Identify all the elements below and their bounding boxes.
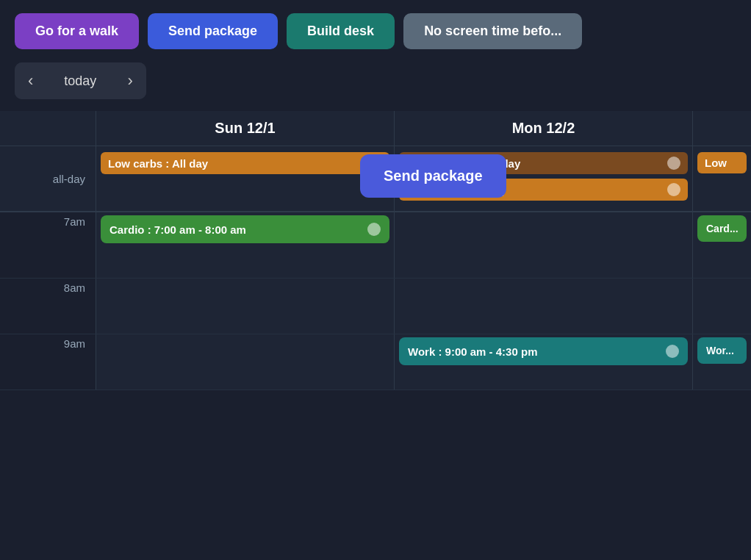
time-cell-sun-9am — [96, 334, 394, 390]
nav-next-button[interactable]: › — [114, 62, 145, 99]
time-cell-sun-7am: Cardio : 7:00 am - 8:00 am — [96, 212, 394, 278]
event-cardio[interactable]: Cardio : 7:00 am - 8:00 am — [101, 215, 389, 243]
event-dot — [367, 223, 381, 236]
time-cell-mon-7am — [394, 212, 692, 278]
event-title-overflow: Low — [705, 157, 727, 169]
event-dot — [666, 345, 679, 358]
task-btn-package[interactable]: Send package — [148, 13, 278, 49]
time-cell-mon-9am: Work : 9:00 am - 4:30 pm — [394, 334, 692, 390]
event-cardio-text: Cardio : 7:00 am - 8:00 am — [109, 223, 246, 236]
task-btn-screen[interactable]: No screen time befo... — [403, 13, 582, 49]
day-header-empty — [0, 111, 96, 146]
day-header-sun: Sun 12/1 — [96, 111, 394, 146]
time-cell-overflow-9am: Wor... — [692, 334, 751, 390]
top-tasks-bar: Go for a walk Send package Build desk No… — [0, 0, 751, 62]
event-title: Low carbs : All day — [108, 157, 208, 170]
task-btn-walk[interactable]: Go for a walk — [15, 13, 139, 49]
nav-bar: ‹ today › — [0, 62, 751, 111]
time-label-7am: 7am — [0, 212, 96, 278]
event-work-overflow[interactable]: Wor... — [697, 337, 747, 364]
event-dot — [667, 157, 680, 170]
time-cell-overflow-8am — [692, 279, 751, 334]
day-headers-row: Sun 12/1 Mon 12/2 — [0, 111, 751, 146]
event-cardio-overflow[interactable]: Card... — [697, 215, 747, 242]
allday-cell-overflow: Low — [692, 146, 751, 211]
event-overflow-text: Card... — [706, 223, 739, 234]
event-dot — [667, 183, 680, 196]
time-cell-mon-8am — [394, 279, 692, 334]
event-work-text: Work : 9:00 am - 4:30 pm — [408, 345, 537, 358]
time-rows: 7am Cardio : 7:00 am - 8:00 am Card... 8… — [0, 212, 751, 390]
time-row-8am: 8am — [0, 279, 751, 334]
task-btn-desk[interactable]: Build desk — [287, 13, 395, 49]
time-label-8am: 8am — [0, 279, 96, 334]
event-low-carbs-sun[interactable]: Low carbs : All day — [101, 152, 389, 174]
time-cell-overflow-7am: Card... — [692, 212, 751, 278]
calendar-area: Sun 12/1 Mon 12/2 all-day Low carbs : Al… — [0, 111, 751, 390]
allday-label: all-day — [0, 146, 96, 211]
allday-cell-sun: Low carbs : All day — [96, 146, 394, 211]
event-work-overflow-text: Wor... — [706, 345, 734, 356]
send-package-tooltip[interactable]: Send package — [360, 154, 506, 198]
nav-controls: ‹ today › — [15, 62, 146, 99]
time-label-9am: 9am — [0, 334, 96, 390]
day-header-mon: Mon 12/2 — [394, 111, 692, 146]
time-row-7am: 7am Cardio : 7:00 am - 8:00 am Card... — [0, 212, 751, 279]
nav-today-label[interactable]: today — [46, 65, 114, 98]
event-overflow-low[interactable]: Low — [697, 152, 747, 173]
event-work[interactable]: Work : 9:00 am - 4:30 pm — [399, 337, 688, 365]
day-header-overflow — [692, 111, 751, 146]
nav-prev-button[interactable]: ‹ — [15, 62, 46, 99]
time-row-9am: 9am Work : 9:00 am - 4:30 pm Wor... — [0, 334, 751, 390]
time-cell-sun-8am — [96, 279, 394, 334]
